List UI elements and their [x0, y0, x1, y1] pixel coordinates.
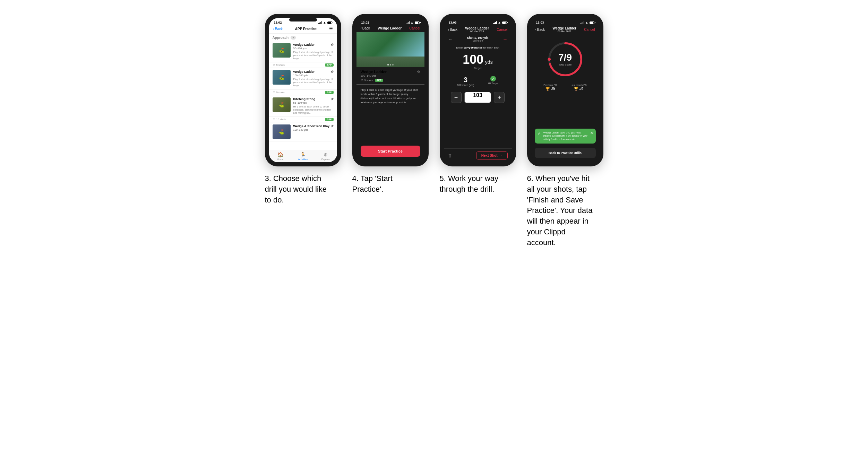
- home-icon: 🏠: [277, 152, 283, 157]
- capture-icon: ⊕: [324, 152, 328, 157]
- section-badge-1: 7: [291, 36, 295, 40]
- wifi-icon-3: ▲: [498, 21, 501, 24]
- drill-desc-2: Play 1 shot at each target yardage. If y…: [293, 78, 334, 87]
- delete-icon-3[interactable]: 🗑: [448, 153, 452, 158]
- previous-pb: Previous PB 🏆 -/9: [543, 84, 557, 91]
- shot-nav-3: ← Shot 1, 100 yds Score 5/9 →: [444, 35, 512, 43]
- decrement-button-3[interactable]: −: [451, 92, 462, 103]
- status-right-3: ▲: [493, 21, 507, 24]
- cancel-button-2[interactable]: Cancel: [409, 26, 420, 30]
- drill-name-1: Wedge Ladder ☆: [293, 43, 334, 46]
- phone-screen-3: 13:03 ▲ ‹ Back Wedge Ladder 06 Mar 2023: [444, 18, 512, 162]
- prev-pb-label: Previous PB: [543, 84, 557, 86]
- distance-input-3[interactable]: 103: [464, 92, 491, 103]
- difference-value: 3: [457, 76, 474, 84]
- back-button-2[interactable]: ‹ Back: [361, 26, 370, 30]
- cancel-button-3[interactable]: Cancel: [497, 28, 507, 32]
- nav-title-2: Wedge Ladder: [378, 26, 402, 30]
- prev-arrow-3[interactable]: ←: [448, 36, 453, 42]
- bottom-nav-1: 🏠 Home 🏃 Activities ⊕ Capture: [269, 150, 337, 162]
- signal-icon-3: [493, 21, 497, 24]
- drill-name-4: Wedge & Short Iron Play ☆: [293, 124, 334, 128]
- bottom-nav-home[interactable]: 🏠 Home: [269, 150, 292, 162]
- back-to-drills-button[interactable]: Back to Practice Drills: [535, 148, 596, 158]
- drill-item-4[interactable]: Wedge & Short Iron Play ☆ 100–140 yds: [269, 122, 337, 141]
- caption-1: 3. Choose which drill you would like to …: [265, 173, 341, 205]
- image-dots-2: [387, 64, 394, 66]
- shot-info-3: Shot 1, 100 yds Score 5/9: [467, 36, 489, 42]
- drill-thumb-2: [273, 70, 291, 85]
- drill-info-4: Wedge & Short Iron Play ☆ 100–140 yds: [293, 124, 334, 131]
- last-pb-label: Last month PB: [571, 84, 587, 86]
- nav-bar-1: ‹ Back APP Practice ☰: [269, 26, 337, 34]
- trophy-icon-2: 🏆: [574, 87, 578, 91]
- home-label: Home: [277, 158, 284, 161]
- menu-icon-1[interactable]: ☰: [329, 26, 333, 31]
- bottom-nav-capture[interactable]: ⊕ Capture: [314, 150, 337, 162]
- app-badge-2: APP: [325, 91, 333, 94]
- status-right-2: ▲: [406, 21, 420, 24]
- app-badge-5: APP: [375, 79, 383, 82]
- drill-range-1: 50–100 yds: [293, 47, 334, 50]
- start-practice-button[interactable]: Start Practice: [361, 146, 420, 157]
- nav-title-4: Wedge Ladder 06 Mar 2023: [552, 26, 576, 33]
- back-button-4[interactable]: ‹ Back: [535, 28, 545, 32]
- cancel-button-4[interactable]: Cancel: [584, 28, 595, 32]
- score-circle-container: 7/9 Total Score: [531, 35, 599, 81]
- shots-label-2: ⏱ 9 shots: [273, 91, 285, 94]
- phone-section-2: 13:02 ▲ ‹ Back Wedge Ladder Cancel: [352, 14, 429, 248]
- activities-icon: 🏃: [300, 152, 306, 157]
- drill-desc-3: Hit 1 shot at each of the 10 target dist…: [293, 105, 334, 114]
- battery-icon-4: [590, 21, 594, 24]
- time-1: 13:02: [274, 21, 282, 24]
- battery-icon-2: [415, 21, 420, 24]
- drill-item-1[interactable]: Wedge Ladder ☆ 50–100 yds Play 1 shot at…: [269, 41, 337, 62]
- wifi-icon-4: ▲: [585, 21, 588, 24]
- increment-button-3[interactable]: +: [494, 92, 505, 103]
- next-arrow-3[interactable]: →: [502, 36, 507, 42]
- time-2: 13:02: [361, 21, 369, 24]
- shots-label-3: ⏱ 10 shots: [273, 118, 286, 121]
- phone-screen-2: 13:02 ▲ ‹ Back Wedge Ladder Cancel: [356, 18, 424, 162]
- phone-section-4: 13:03 ▲ ‹ Back Wedge Ladder 06 Mar 2023: [527, 14, 603, 248]
- hit-target-stat: ✓ Hit Target: [488, 76, 498, 86]
- last-pb-value: 🏆 -/9: [571, 87, 587, 91]
- toast-text: 'Wedge Ladder (100–140 yds)' was created…: [543, 131, 588, 141]
- toast-close-icon[interactable]: ✕: [590, 131, 593, 135]
- bottom-nav-activities[interactable]: 🏃 Activities: [292, 150, 314, 162]
- drill-detail-card-2: Wedge Ladder ☆ 100–140 yds ⏱ 9 shots APP: [356, 67, 424, 85]
- caption-2: 4. Tap 'Start Practice'.: [352, 173, 429, 195]
- phone-1: 13:02 ▲ ‹ Back APP Practice ☰: [265, 14, 341, 166]
- back-button-3[interactable]: ‹ Back: [448, 28, 458, 32]
- nav-bar-2: ‹ Back Wedge Ladder Cancel: [356, 26, 424, 32]
- battery-icon-3: [502, 21, 507, 24]
- drill-desc-1: Play 1 shot at each target yardage. If y…: [293, 51, 334, 60]
- carry-label-3: Enter carry distance for each shot: [444, 43, 512, 51]
- prev-pb-value: 🏆 -/9: [543, 87, 557, 91]
- next-shot-button[interactable]: Next Shot →: [476, 152, 508, 159]
- phone-notch-3: [464, 18, 492, 21]
- phone-notch-4: [551, 18, 579, 21]
- phone-3: 13:03 ▲ ‹ Back Wedge Ladder 06 Mar 2023: [440, 14, 516, 166]
- drill-item-2[interactable]: Wedge Ladder ☆ 100–140 yds Play 1 shot a…: [269, 68, 337, 89]
- target-label-3: Target: [444, 67, 512, 70]
- nav-title-1: APP Practice: [295, 27, 317, 31]
- phone-screen-4: 13:03 ▲ ‹ Back Wedge Ladder 06 Mar 2023: [531, 18, 599, 162]
- svg-point-2: [548, 58, 551, 61]
- score-label: Total Score: [558, 63, 572, 66]
- pb-row: Previous PB 🏆 -/9 Last month PB 🏆 -/9: [531, 81, 599, 94]
- drill-info-2: Wedge Ladder ☆ 100–140 yds Play 1 shot a…: [293, 70, 334, 87]
- phone-notch-1: [289, 18, 317, 21]
- wifi-icon-1: ▲: [323, 21, 326, 24]
- star-icon-2: ☆: [331, 70, 334, 73]
- back-button-1[interactable]: ‹ Back: [273, 27, 283, 31]
- star-icon-3: ☆: [331, 97, 334, 101]
- target-value-3: 100: [463, 52, 483, 67]
- star-icon-5: ☆: [417, 70, 420, 74]
- drill-detail-shots-2: ⏱ 9 shots APP: [361, 79, 420, 82]
- difference-label: Difference (yds): [457, 84, 474, 86]
- battery-icon-1: [327, 21, 332, 24]
- score-display: 7/9: [558, 53, 572, 62]
- drill-range-2: 100–140 yds: [293, 74, 334, 77]
- drill-item-3[interactable]: Pitching String ☆ 55–100 yds Hit 1 shot …: [269, 95, 337, 117]
